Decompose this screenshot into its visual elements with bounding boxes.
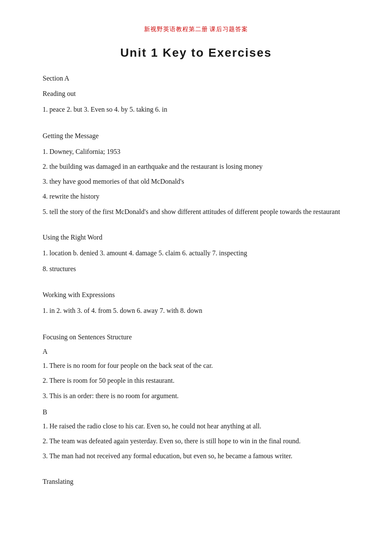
getting-answer-1: 1. Downey, California; 1953 [43,146,349,157]
section-b-answer-3: 3. The man had not received any formal e… [43,450,349,462]
using-right-word-heading: Using the Right Word [43,234,349,241]
working-expressions-heading: Working with Expressions [43,291,349,299]
label-b: B [43,408,349,416]
section-a-answer-2: 2. There is room for 50 people in this r… [43,375,349,386]
working-answers: 1. in 2. with 3. of 4. from 5. down 6. a… [43,305,349,317]
focusing-sentences-heading: Focusing on Sentences Structure [43,333,349,341]
reading-answers: 1. peace 2. but 3. Even so 4. by 5. taki… [43,104,349,116]
section-a-heading: Section A [43,75,349,82]
label-a: A [43,348,349,356]
main-title: Unit 1 Key to Exercises [43,46,349,60]
top-title: 新视野英语教程第二册 课后习题答案 [43,26,349,33]
getting-answer-2: 2. the building was damaged in an earthq… [43,161,349,172]
using-answers-line2: 8. structures [43,263,349,275]
section-b-answer-1: 1. He raised the radio close to his car.… [43,420,349,432]
using-answers-line1: 1. location b. denied 3. amount 4. damag… [43,247,349,260]
getting-message-heading: Getting the Message [43,132,349,140]
getting-answer-3: 3. they have good memories of that old M… [43,176,349,187]
translating-heading: Translating [43,478,349,486]
getting-answer-5: 5. tell the story of the first McDonald'… [43,206,349,217]
reading-out-heading: Reading out [43,90,349,98]
section-b-answer-2: 2. The team was defeated again yesterday… [43,435,349,447]
section-a-answer-3: 3. This is an order: there is no room fo… [43,390,349,402]
section-a-answer-1: 1. There is no room for four people on t… [43,360,349,371]
getting-answer-4: 4. rewrite the history [43,191,349,202]
